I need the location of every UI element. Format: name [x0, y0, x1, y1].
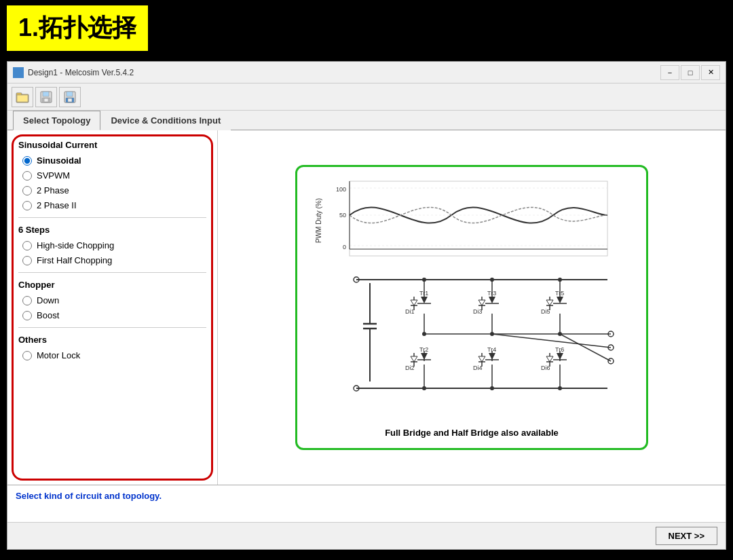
window-controls: − □ ✕ [660, 65, 720, 80]
radio-svpwm-label: SVPWM [37, 170, 70, 181]
section-6steps: 6 Steps [18, 225, 206, 235]
toolbar [7, 83, 726, 111]
left-panel: Sinusoidal Current Sinusoidal SVPWM 2 Ph… [7, 130, 218, 485]
radio-2phase-input[interactable] [22, 186, 32, 195]
radio-sinusoidal-label: Sinusoidal [37, 155, 81, 166]
radio-svpwm[interactable]: SVPWM [22, 170, 206, 181]
svg-text:0: 0 [343, 244, 346, 250]
svg-rect-11 [350, 181, 607, 256]
save-button[interactable] [35, 87, 57, 107]
svg-point-97 [558, 386, 562, 390]
svg-marker-30 [421, 297, 428, 303]
section-others: Others [18, 335, 206, 345]
radio-highside[interactable]: High-side Chopping [22, 240, 206, 250]
svg-text:Tr1: Tr1 [419, 290, 428, 297]
svg-marker-49 [546, 300, 553, 305]
close-button[interactable]: ✕ [701, 65, 720, 80]
svg-marker-75 [489, 353, 495, 360]
title-bar: Design1 - Melcosim Ver.5.4.2 − □ ✕ [7, 62, 726, 83]
svg-point-92 [422, 278, 426, 282]
svg-line-60 [492, 334, 611, 348]
annotation-label: 1.拓扑选择 [7, 5, 148, 51]
sinusoidal-current-group: Sinusoidal SVPWM 2 Phase 2 Phase II [18, 155, 206, 210]
radio-2phase-ii-input[interactable] [22, 201, 32, 210]
radio-boost[interactable]: Boost [22, 310, 206, 320]
svg-marker-41 [478, 300, 485, 305]
radio-2phase-ii[interactable]: 2 Phase II [22, 200, 206, 210]
radio-motorlock[interactable]: Motor Lock [22, 350, 206, 360]
app-icon [13, 67, 24, 78]
radio-firsthalf[interactable]: First Half Chopping [22, 255, 206, 265]
open-button[interactable] [12, 87, 33, 107]
svg-text:PWM Duty (%): PWM Duty (%) [315, 198, 322, 242]
svg-marker-46 [557, 297, 563, 303]
save-as-button[interactable] [59, 87, 81, 107]
right-panel: PWM Duty (%) 100 50 0 [218, 130, 726, 485]
others-group: Motor Lock [18, 350, 206, 360]
radio-motorlock-label: Motor Lock [37, 350, 80, 360]
divider-3 [18, 327, 206, 328]
radio-svpwm-input[interactable] [22, 171, 32, 181]
svg-text:Di2: Di2 [405, 365, 415, 371]
svg-point-94 [558, 278, 562, 282]
svg-text:Di5: Di5 [541, 308, 550, 315]
radio-down-input[interactable] [22, 296, 32, 305]
radio-sinusoidal[interactable]: Sinusoidal [22, 155, 206, 166]
svg-text:Tr2: Tr2 [419, 346, 428, 353]
svg-rect-6 [44, 98, 48, 102]
svg-text:Tr5: Tr5 [555, 290, 564, 297]
tab-bar: Select Topology Device & Conditions Inpu… [7, 111, 726, 130]
radio-highside-input[interactable] [22, 241, 32, 250]
radio-motorlock-input[interactable] [22, 351, 32, 360]
svg-text:Tr6: Tr6 [555, 346, 564, 353]
radio-boost-input[interactable] [22, 311, 32, 320]
radio-sinusoidal-input[interactable] [22, 156, 32, 166]
svg-rect-2 [17, 95, 28, 102]
6steps-group: High-side Chopping First Half Chopping [18, 240, 206, 265]
svg-rect-10 [68, 98, 72, 102]
maximize-button[interactable]: □ [681, 65, 700, 80]
svg-text:Di1: Di1 [405, 308, 415, 315]
svg-marker-66 [421, 353, 428, 360]
radio-2phase-ii-label: 2 Phase II [37, 200, 77, 210]
section-chopper: Chopper [18, 280, 206, 290]
radio-firsthalf-input[interactable] [22, 256, 32, 265]
circuit-description-label: Full Bridge and Half Bridge also availab… [385, 428, 559, 438]
radio-2phase-label: 2 Phase [37, 185, 69, 195]
radio-boost-label: Boost [37, 310, 59, 320]
svg-point-95 [422, 386, 426, 390]
svg-line-61 [560, 334, 611, 361]
svg-marker-84 [557, 353, 563, 360]
divider-1 [18, 217, 206, 218]
svg-text:100: 100 [336, 186, 346, 193]
chopper-group: Down Boost [18, 295, 206, 320]
radio-2phase[interactable]: 2 Phase [22, 185, 206, 195]
radio-firsthalf-label: First Half Chopping [37, 255, 112, 265]
svg-marker-78 [478, 356, 485, 362]
tab-device-conditions[interactable]: Device & Conditions Input [100, 111, 231, 130]
svg-rect-8 [67, 92, 73, 96]
svg-marker-87 [546, 356, 553, 362]
footer-bar: NEXT >> [7, 522, 726, 549]
svg-marker-69 [411, 356, 417, 362]
status-message: Select kind of circuit and topology. [16, 491, 162, 501]
section-sinusoidal-current: Sinusoidal Current [18, 140, 206, 150]
radio-down[interactable]: Down [22, 295, 206, 305]
svg-text:Tr4: Tr4 [487, 346, 496, 353]
svg-point-93 [490, 278, 494, 282]
next-button[interactable]: NEXT >> [656, 527, 717, 545]
tab-select-topology[interactable]: Select Topology [13, 111, 100, 130]
radio-highside-label: High-side Chopping [37, 240, 114, 250]
svg-rect-1 [16, 93, 22, 95]
radio-down-label: Down [37, 295, 59, 305]
svg-marker-38 [489, 297, 495, 303]
minimize-button[interactable]: − [660, 65, 679, 80]
svg-marker-33 [411, 300, 417, 305]
content-area: Sinusoidal Current Sinusoidal SVPWM 2 Ph… [7, 130, 726, 485]
svg-text:Di3: Di3 [473, 308, 483, 315]
svg-rect-4 [43, 92, 49, 96]
status-area: Select kind of circuit and topology. [7, 485, 726, 522]
svg-text:Tr3: Tr3 [487, 290, 496, 297]
window-title: Design1 - Melcosim Ver.5.4.2 [28, 68, 134, 77]
svg-point-96 [490, 386, 494, 390]
